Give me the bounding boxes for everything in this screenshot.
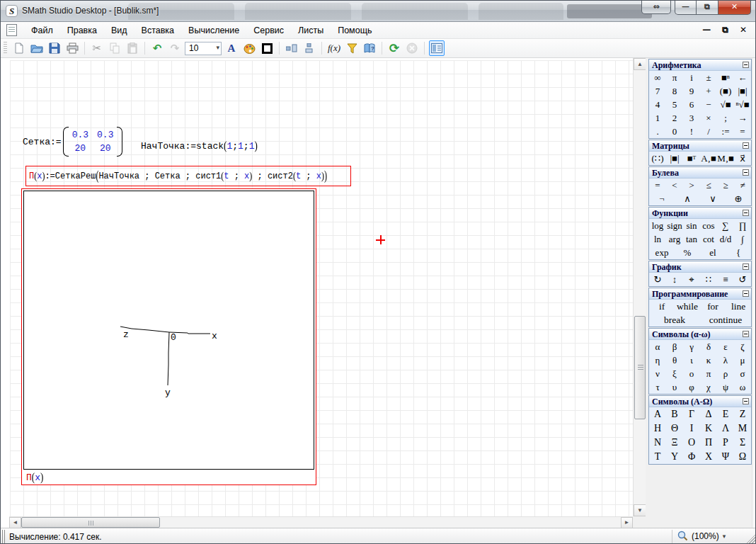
palette-button[interactable]: exp: [649, 246, 675, 259]
palette-button[interactable]: (∷): [649, 152, 666, 165]
filter-button[interactable]: [344, 40, 360, 56]
palette-button[interactable]: sign: [666, 220, 683, 232]
palette-button[interactable]: |■|: [734, 85, 751, 98]
plot-box[interactable]: z x 0 y: [23, 191, 314, 470]
collapse-icon[interactable]: [743, 264, 749, 270]
zoom-level-value[interactable]: (100%): [692, 531, 719, 541]
menu-service[interactable]: Сервис: [246, 23, 291, 38]
palette-button[interactable]: ←: [734, 72, 751, 84]
palette-button[interactable]: 1: [649, 112, 666, 125]
collapse-icon[interactable]: [743, 62, 749, 68]
resize-grip[interactable]: [746, 534, 755, 543]
collapse-icon[interactable]: [743, 290, 749, 297]
paste-button[interactable]: [125, 40, 140, 56]
font-color-button[interactable]: A: [224, 40, 239, 56]
palette-button[interactable]: =: [734, 125, 751, 138]
horizontal-scrollbar[interactable]: ◄ ►: [9, 516, 633, 528]
palette-button[interactable]: .: [649, 125, 666, 138]
panel-header[interactable]: Символы (α-ω): [649, 329, 751, 340]
palette-button[interactable]: ±: [700, 72, 717, 84]
palette-button[interactable]: ν: [649, 368, 666, 380]
palette-button[interactable]: Γ: [683, 408, 700, 421]
palette-button[interactable]: :=: [717, 125, 734, 138]
palette-button[interactable]: 7: [649, 85, 666, 98]
palette-button[interactable]: Μ: [734, 422, 751, 435]
palette-button[interactable]: A‚■: [700, 152, 717, 165]
palette-button[interactable]: cot: [700, 233, 717, 246]
align-vertical-button[interactable]: [302, 40, 317, 56]
palette-button[interactable]: Ι: [683, 422, 700, 435]
horizontal-scroll-thumb[interactable]: [21, 517, 160, 528]
palette-button[interactable]: Π: [700, 436, 717, 449]
palette-button[interactable]: →: [734, 112, 751, 125]
sidebar-scrollbar[interactable]: [752, 58, 756, 528]
panel-header[interactable]: Символы (А-Ω): [649, 396, 751, 407]
palette-button[interactable]: i: [683, 72, 700, 84]
palette-button[interactable]: √■: [717, 98, 734, 111]
palette-button[interactable]: Ζ: [734, 408, 751, 421]
menu-sheets[interactable]: Листы: [291, 23, 331, 38]
palette-button[interactable]: Φ: [683, 450, 700, 463]
scroll-up-icon[interactable]: ▲: [634, 58, 646, 70]
palette-button[interactable]: σ: [734, 368, 751, 380]
palette-button[interactable]: 2: [666, 112, 683, 125]
palette-button[interactable]: χ: [700, 381, 717, 394]
palette-button[interactable]: for: [700, 300, 726, 313]
palette-button[interactable]: line: [726, 300, 751, 313]
palette-button[interactable]: >: [683, 179, 700, 192]
border-button[interactable]: [259, 40, 275, 56]
palette-button[interactable]: 0: [666, 125, 683, 138]
matrix-cell[interactable]: 20: [97, 142, 113, 155]
palette-button[interactable]: x⃗: [734, 152, 751, 165]
palette-button[interactable]: (■): [717, 85, 734, 98]
palette-button[interactable]: γ: [683, 341, 700, 353]
palette-button[interactable]: ⊕: [726, 193, 751, 205]
palette-button[interactable]: Ο: [683, 436, 700, 449]
palette-button[interactable]: β: [666, 341, 683, 353]
palette-button[interactable]: !: [683, 125, 700, 138]
expression-matrix-definition[interactable]: Сетка:= 0.3 0.3 20 20: [23, 127, 122, 157]
save-button[interactable]: [47, 40, 62, 56]
reference-book-button[interactable]: ?: [362, 40, 377, 56]
toolbar-grip[interactable]: [4, 42, 7, 55]
palette-button[interactable]: ↕: [666, 273, 683, 286]
chevron-down-icon[interactable]: ▾: [216, 44, 219, 51]
palette-button[interactable]: ≤: [700, 179, 717, 192]
palette-button[interactable]: while: [675, 300, 700, 313]
menu-help[interactable]: Помощь: [331, 23, 379, 38]
palette-button[interactable]: ρ: [717, 368, 734, 380]
palette-button[interactable]: ↻: [649, 273, 666, 286]
palette-button[interactable]: ≠: [734, 179, 751, 192]
zoom-dropdown-icon[interactable]: ▾: [723, 533, 726, 540]
matrix-cell[interactable]: 20: [72, 142, 88, 155]
new-document-button[interactable]: [11, 40, 27, 56]
palette-button[interactable]: 8: [666, 85, 683, 98]
panel-header[interactable]: Булева: [649, 167, 751, 178]
matrix-cell[interactable]: 0.3: [72, 128, 88, 142]
scroll-left-icon[interactable]: ◄: [9, 517, 21, 528]
palette-button[interactable]: ∑: [717, 220, 734, 232]
palette-button[interactable]: κ: [700, 354, 717, 367]
document-icon[interactable]: [6, 24, 17, 36]
palette-button[interactable]: 6: [683, 98, 700, 111]
palette-button[interactable]: Ε: [717, 408, 734, 421]
palette-button[interactable]: ο: [683, 368, 700, 380]
expression-stack-definition[interactable]: НачТочка:=stack(1 ; 1 ; 1): [141, 137, 258, 154]
palette-button[interactable]: ×: [700, 112, 717, 125]
vertical-scrollbar[interactable]: ▲ ▼: [633, 58, 646, 516]
cut-button[interactable]: ✂: [89, 40, 105, 56]
palette-button[interactable]: μ: [734, 354, 751, 367]
palette-button[interactable]: 9: [683, 85, 700, 98]
palette-button[interactable]: Ψ: [717, 450, 734, 463]
palette-button[interactable]: ↺: [734, 273, 751, 286]
menu-view[interactable]: Вид: [104, 23, 134, 38]
align-horizontal-button[interactable]: [284, 40, 299, 56]
palette-button[interactable]: Α: [649, 408, 666, 421]
palette-button[interactable]: θ: [666, 354, 683, 367]
palette-button[interactable]: +: [700, 85, 717, 98]
palette-button[interactable]: ψ: [717, 381, 734, 394]
palette-button[interactable]: Δ: [700, 408, 717, 421]
palette-button[interactable]: ∞: [649, 72, 666, 84]
mdi-minimize-button[interactable]: —: [702, 24, 711, 35]
collapse-icon[interactable]: [743, 142, 749, 149]
